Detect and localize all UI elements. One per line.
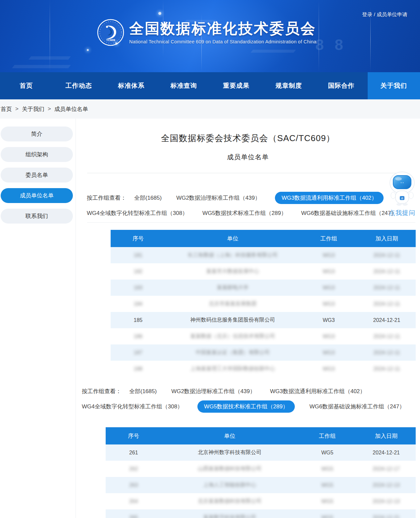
filter-group-label: 按工作组查看： [87,194,126,202]
table-row[interactable]: 188上海某某理工大学国际数据创新中心WG32024-12-11 [111,361,416,377]
assistant-label[interactable]: 点我提问 [386,209,418,217]
table-row[interactable]: 181长三角数据（上海）科技服务有限公司WG32024-12-11 [111,247,416,263]
column-header-单位: 单位 [166,235,300,242]
filter-chip-WG6[interactable]: WG6数据基础设施标准工作组（247） [309,403,405,410]
cell-join-date: 2024-12-11 [358,301,416,307]
table-row[interactable]: 184北京市某某发展集团WG32024-12-11 [111,296,416,312]
cell-unit: 北京市某某发展集团 [166,300,300,307]
nav-item-标准体系[interactable]: 标准体系 [105,72,158,99]
table-row[interactable]: 264北京某某数据科技有限公司WG52024-12-13 [106,493,416,509]
table-row[interactable]: 185神州数码信息服务集团股份有限公司WG32024-12-21 [111,312,416,328]
banner-decoration [12,65,71,68]
cell-workgroup: WG3 [300,285,358,291]
nav-item-重要成果[interactable]: 重要成果 [210,72,263,99]
table-row[interactable]: 186某某数据（北京）信息技术有限公司WG32024-12-11 [111,328,416,344]
cell-no: 183 [111,285,166,291]
table-row[interactable]: 261北京神州数字科技有限公司WG52024-12-21 [106,444,416,461]
cell-no: 188 [111,366,166,372]
table-row[interactable]: 265某某数字科技有限公司WG52024-12-21 [106,509,416,518]
sidebar-item-组织架构[interactable]: 组织架构 [1,147,73,162]
cell-no: 262 [106,466,161,472]
assistant-widget[interactable]: * * @ 点我提问 [386,171,418,217]
cell-unit: 某某邮电大学 [166,284,300,291]
cell-no: 184 [111,301,166,307]
cell-unit: 北京某某数据科技有限公司 [161,498,298,505]
cell-unit: 北京神州数字科技有限公司 [161,449,298,456]
filter-chip-全部([interactable]: 全部(1685) [129,388,157,395]
nav-item-首页[interactable]: 首页 [0,72,53,99]
breadcrumb-item-关于我们[interactable]: 关于我们 [22,105,44,113]
main-panel: 全国数据标委会技术委员会（SAC/TC609） 成员单位名单 * * @ [76,119,420,518]
banner-decoration [87,49,89,51]
cell-join-date: 2024-12-13 [357,498,416,504]
cell-workgroup: WG5 [298,515,357,518]
filter-chip-WG2[interactable]: WG2数据治理标准工作组（439） [171,388,255,395]
robot-assistant-icon: * * @ [389,171,416,206]
login-apply-link[interactable]: 登录 / 成员单位申请 [362,11,407,18]
cell-workgroup: WG3 [300,252,358,258]
table-row[interactable]: 262山西某某数据科技有限公司WG52024-12-17 [106,461,416,477]
table-row[interactable]: 183某某邮电大学WG32024-12-11 [111,280,416,296]
cell-no: 181 [111,252,166,258]
filter-chip-WG5[interactable]: WG5数据技术标准工作组（289） [202,209,287,217]
cell-unit: 某某数字科技有限公司 [161,514,298,518]
cell-join-date: 2024-12-11 [358,252,416,258]
cell-no: 264 [106,498,161,504]
filter-chip-全部([interactable]: 全部(1685) [134,194,162,202]
svg-text:TC609: TC609 [106,38,115,42]
breadcrumb-separator: > [15,106,19,112]
main-nav: 首页工作动态标准体系标准查询重要成果规章制度国际合作关于我们 [0,72,420,99]
filter-chip-WG6[interactable]: WG6数据基础设施标准工作组（247） [301,209,396,217]
cell-unit: 中国某某认证（集团）有限公司 [166,349,300,356]
cell-no: 265 [106,515,161,518]
nav-item-规章制度[interactable]: 规章制度 [263,72,315,99]
brand-block: TC609 全国数据标准化技术委员会 National Technical Co… [97,18,316,47]
filter-chip-WG3[interactable]: WG3数据流通利用标准工作组（402） [270,388,365,395]
filter-chip-WG4[interactable]: WG4全域数字化转型标准工作组（308） [82,403,183,410]
filter-chip-WG2[interactable]: WG2数据治理标准工作组（439） [176,194,260,202]
banner-decoration [28,56,71,60]
page-title: 全国数据标委会技术委员会（SAC/TC609） [76,132,420,144]
sidebar-item-联系我们[interactable]: 联系我们 [1,209,73,224]
cell-join-date: 2024-12-11 [358,285,416,291]
column-header-序号: 序号 [106,432,161,440]
breadcrumb-item-首页[interactable]: 首页 [1,105,12,113]
table-row[interactable]: 187中国某某认证（集团）有限公司WG32024-12-11 [111,344,416,361]
cell-no: 263 [106,482,161,488]
filter-chip-WG5[interactable]: WG5数据技术标准工作组（289） [197,400,295,413]
table-row[interactable]: 182某某市大数据发展中心WG32024-12-11 [111,263,416,280]
nav-item-标准查询[interactable]: 标准查询 [158,72,210,99]
cell-unit: 神州数码信息服务集团股份有限公司 [166,317,300,324]
nav-item-工作动态[interactable]: 工作动态 [53,72,105,99]
nav-item-关于我们[interactable]: 关于我们 [368,72,420,99]
cell-unit: 某某市大数据发展中心 [166,268,300,275]
banner-decoration [250,50,296,53]
cell-no: 186 [111,334,166,339]
cell-workgroup: WG5 [298,498,357,504]
cell-join-date: 2024-12-21 [357,515,416,518]
sidebar-item-简介[interactable]: 简介 [1,127,73,141]
filter-bar: 按工作组查看：全部(1685)WG2数据治理标准工作组（439）WG3数据流通利… [76,192,420,217]
cell-no: 182 [111,269,166,275]
sidebar-item-委员名单[interactable]: 委员名单 [1,168,73,182]
member-table: 序号单位工作组加入日期261北京神州数字科技有限公司WG52024-12-212… [106,427,416,518]
cell-join-date: 2024-12-11 [358,269,416,275]
nav-item-国际合作[interactable]: 国际合作 [315,72,368,99]
cell-join-date: 2024-12-17 [357,466,416,472]
filter-chip-WG3[interactable]: WG3数据流通利用标准工作组（402） [275,192,384,204]
site-banner: 8 8 登录 / 成员单位申请 TC609 全国数据标准化技术委员会 Natio… [0,0,420,72]
table-row[interactable]: 263上海人工智能创新中心WG52024-12-13 [106,477,416,493]
cell-unit: 山西某某数据科技有限公司 [161,465,298,472]
sidebar-item-成员单位名单[interactable]: 成员单位名单 [1,188,73,203]
filter-group-label: 按工作组查看： [82,388,121,395]
column-header-序号: 序号 [111,235,166,242]
banner-decoration-digits: 8 8 [315,36,346,54]
filter-chip-WG4[interactable]: WG4全域数字化转型标准工作组（308） [87,209,188,217]
cell-workgroup: WG3 [300,301,358,307]
table-header-row: 序号单位工作组加入日期 [111,230,416,247]
member-section: 按工作组查看：全部(1685)WG2数据治理标准工作组（439）WG3数据流通利… [76,192,420,377]
column-header-单位: 单位 [161,432,298,440]
cell-join-date: 2024-12-21 [358,317,416,323]
svg-text:* *: * * [400,181,404,185]
divider [87,173,408,173]
